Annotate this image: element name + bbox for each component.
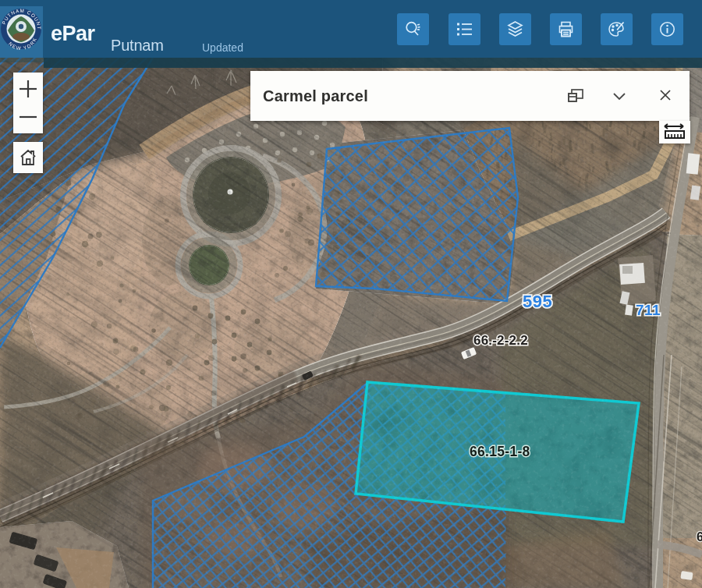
svg-text:711: 711: [636, 302, 661, 318]
svg-text:66: 66: [697, 530, 702, 544]
svg-text:66.15-1-8: 66.15-1-8: [470, 444, 530, 459]
svg-text:595: 595: [523, 292, 552, 311]
svg-text:66.-2-2.2: 66.-2-2.2: [473, 333, 528, 348]
